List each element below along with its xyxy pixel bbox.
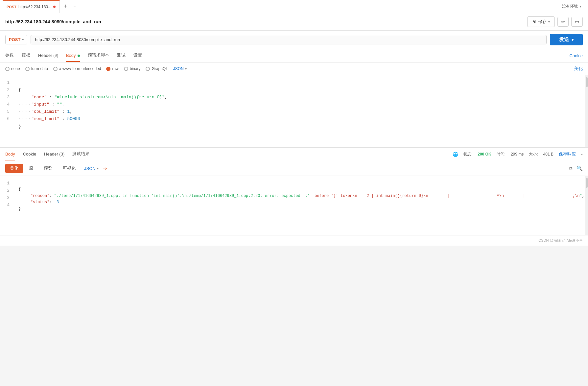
view-preview-button[interactable]: 预览	[39, 164, 57, 173]
active-tab[interactable]: POST http://62.234.180...	[3, 0, 60, 13]
response-tab-header[interactable]: Header (3)	[44, 148, 64, 160]
send-button[interactable]: 发送 ▾	[550, 34, 583, 45]
method-select[interactable]: POST ▾	[5, 35, 27, 44]
footer: CSDN @海绵宝宝de派小星	[0, 235, 588, 246]
env-selector[interactable]: 没有环境 ▾	[558, 4, 585, 9]
tab-nav-auth[interactable]: 授权	[22, 49, 30, 62]
radio-urlencoded-icon	[53, 67, 58, 71]
response-scrollbar-thumb	[586, 178, 588, 188]
size-label: 大小:	[529, 152, 538, 157]
body-type-raw[interactable]: raw	[106, 66, 118, 71]
method-label: POST	[9, 37, 20, 42]
radio-formdata-icon	[25, 67, 30, 71]
body-type-urlencoded-label: x-www-form-urlencoded	[59, 66, 101, 71]
response-status-row: 🌐 状态: 200 OK 时间: 299 ms 大小: 401 B 保存响应 ▾	[453, 151, 583, 157]
radio-graphql-icon	[146, 67, 150, 71]
response-tab-testresult[interactable]: 测试结果	[72, 148, 89, 161]
body-type-urlencoded[interactable]: x-www-form-urlencoded	[53, 66, 101, 71]
more-tabs-button[interactable]: ···	[73, 4, 77, 9]
save-icon: 🖫	[532, 19, 536, 24]
response-tabs-nav: Body Cookie Header (3) 测试结果 🌐 状态: 200 OK…	[0, 148, 588, 161]
tab-url-text: http://62.234.180...	[18, 5, 51, 9]
tab-nav-tests[interactable]: 测试	[117, 49, 126, 62]
body-type-none[interactable]: none	[5, 66, 20, 71]
send-chevron-icon: ▾	[572, 37, 574, 42]
status-label: 状态:	[463, 152, 472, 157]
response-code-content[interactable]: { "reason": "./temp/1717416642939_1.cpp:…	[13, 176, 588, 235]
body-type-formdata[interactable]: form-data	[25, 66, 48, 71]
send-label: 发送	[559, 36, 569, 43]
radio-binary-icon	[124, 67, 128, 71]
response-editor[interactable]: 1 2 3 4 { "reason": "./temp/171741664293…	[0, 176, 588, 235]
response-toolbar: 美化 原 预览 可视化 JSON ▾ ⇒ ⧉ 🔍	[0, 161, 588, 176]
tab-dot	[53, 6, 56, 8]
status-value: 200 OK	[478, 152, 491, 157]
body-type-graphql[interactable]: GraphQL	[146, 66, 168, 71]
response-json-chevron-icon: ▾	[97, 167, 99, 170]
footer-text: CSDN @海绵宝宝de派小星	[538, 238, 583, 243]
edit-button[interactable]: ✏	[557, 17, 569, 27]
header-badge: (9)	[53, 53, 58, 58]
globe-icon: 🌐	[453, 152, 458, 157]
save-button[interactable]: 🖫 保存 ▾	[527, 16, 555, 27]
response-line-numbers: 1 2 3 4	[0, 176, 13, 235]
tab-nav-body[interactable]: Body	[66, 50, 80, 62]
response-section: Body Cookie Header (3) 测试结果 🌐 状态: 200 OK…	[0, 148, 588, 235]
chevron-down-icon: ▾	[580, 5, 581, 8]
request-code-content[interactable]: { ····"code" : "#include <iostream>\nint…	[13, 75, 588, 147]
url-actions: 🖫 保存 ▾ ✏ ▭	[527, 16, 583, 27]
save-label: 保存	[538, 19, 547, 25]
response-json-label: JSON	[84, 166, 96, 171]
json-format-label: JSON	[173, 66, 184, 71]
url-bar: http://62.234.180.244:8080/compile_and_r…	[0, 13, 588, 31]
save-response-chevron-icon: ▾	[581, 153, 583, 156]
view-raw-button[interactable]: 原	[24, 164, 38, 173]
response-scrollbar[interactable]	[585, 176, 588, 235]
response-header-badge: (3)	[59, 152, 64, 157]
response-tab-body[interactable]: Body	[5, 148, 15, 160]
json-format-select[interactable]: JSON ▾	[173, 66, 187, 71]
url-title: http://62.234.180.244:8080/compile_and_r…	[5, 19, 101, 24]
body-type-graphql-label: GraphQL	[152, 66, 168, 71]
tab-method-badge: POST	[7, 5, 16, 9]
search-icon[interactable]: 🔍	[576, 165, 583, 171]
view-visual-button[interactable]: 可视化	[58, 164, 80, 173]
request-row: POST ▾ 发送 ▾	[0, 31, 588, 49]
tab-nav-params[interactable]: 参数	[5, 49, 14, 62]
copy-icon[interactable]: ⧉	[569, 165, 573, 171]
request-editor[interactable]: 1 2 3 4 5 6 { ····"code" : "#include <io…	[0, 75, 588, 148]
radio-raw-icon	[106, 67, 110, 71]
request-scrollbar-thumb	[586, 77, 588, 87]
response-format-select[interactable]: JSON ▾	[84, 166, 99, 171]
tab-nav-settings[interactable]: 设置	[133, 49, 142, 62]
add-tab-button[interactable]: +	[61, 3, 70, 10]
tab-nav-prescript[interactable]: 预请求脚本	[88, 49, 109, 62]
view-beautify-button[interactable]: 美化	[5, 164, 23, 173]
save-chevron-icon: ▾	[548, 20, 550, 24]
comment-icon: ▭	[575, 19, 579, 24]
body-type-binary-label: binary	[130, 66, 141, 71]
body-type-binary[interactable]: binary	[124, 66, 141, 71]
json-chevron-icon: ▾	[185, 67, 187, 71]
body-type-raw-label: raw	[112, 66, 118, 71]
cookie-link[interactable]: Cookie	[570, 53, 583, 58]
time-value: 299 ms	[511, 152, 524, 157]
radio-none-icon	[5, 67, 10, 71]
beautify-button[interactable]: 美化	[574, 66, 583, 72]
body-type-none-label: none	[11, 66, 20, 71]
method-chevron-icon: ▾	[22, 38, 24, 41]
request-line-numbers: 1 2 3 4 5 6	[0, 75, 13, 147]
request-scrollbar[interactable]	[585, 75, 588, 147]
comment-button[interactable]: ▭	[571, 17, 583, 27]
tab-bar: POST http://62.234.180... + ··· 没有环境 ▾	[0, 0, 588, 13]
edit-icon: ✏	[561, 19, 565, 24]
response-tab-cookie[interactable]: Cookie	[23, 148, 36, 160]
size-value: 401 B	[543, 152, 553, 157]
filter-icon[interactable]: ⇒	[103, 165, 107, 172]
time-label: 时间:	[497, 152, 506, 157]
body-type-row: none form-data x-www-form-urlencoded raw…	[0, 62, 588, 75]
tab-nav-header[interactable]: Header (9)	[38, 50, 58, 62]
save-response-button[interactable]: 保存响应	[559, 151, 576, 157]
url-input[interactable]	[31, 35, 547, 44]
body-active-dot	[78, 55, 80, 57]
